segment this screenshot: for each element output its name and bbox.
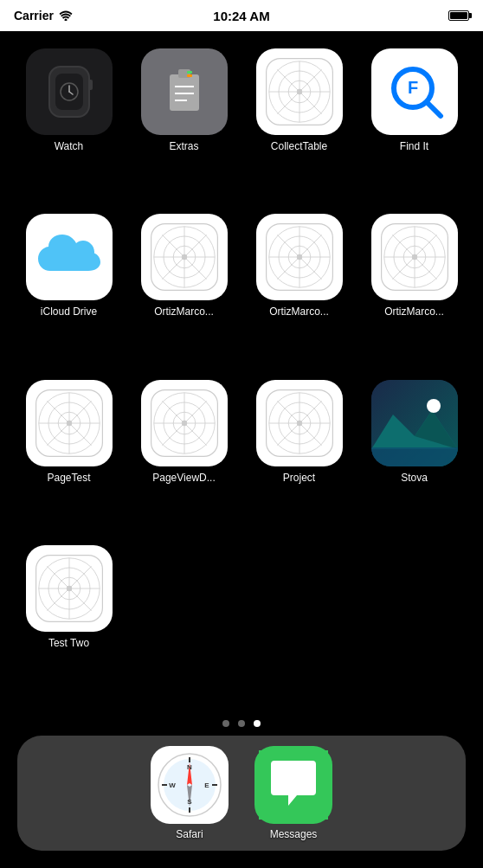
project-label: Project (283, 472, 315, 484)
dock: N S E W Safari Messages (17, 736, 466, 851)
svg-text:N: N (187, 763, 192, 771)
svg-point-0 (64, 19, 67, 22)
svg-rect-10 (187, 74, 192, 77)
app-watch[interactable]: Watch (16, 48, 122, 196)
page-dot-3[interactable] (254, 720, 261, 727)
ortizmarco2-icon (256, 214, 343, 300)
safari-icon: N S E W (151, 746, 229, 824)
pageviewd-grid-icon (150, 389, 219, 458)
safari-label: Safari (176, 828, 203, 840)
battery-fill (450, 12, 467, 19)
app-testtwo[interactable]: Test Two (16, 545, 122, 693)
svg-point-87 (427, 399, 441, 413)
collecttable-icon (256, 48, 343, 135)
watch-label: Watch (55, 140, 84, 152)
svg-text:S: S (187, 798, 192, 806)
svg-line-3 (69, 92, 73, 94)
app-stova[interactable]: Stova (361, 380, 467, 528)
app-ortizmarco3[interactable]: OrtizMarco... (361, 214, 467, 362)
battery-area (448, 10, 469, 21)
project-grid-icon (265, 389, 334, 458)
battery-icon (448, 10, 469, 21)
pagetest-grid-icon (35, 389, 104, 458)
findit-label: Find It (400, 140, 428, 152)
pageviewd-icon (141, 380, 228, 466)
app-pagetest[interactable]: PageTest (16, 380, 122, 528)
ortizmarco3-label: OrtizMarco... (384, 305, 444, 318)
svg-text:F: F (407, 78, 417, 97)
watch-crown (88, 80, 93, 90)
app-pageviewd[interactable]: PageViewD... (131, 380, 237, 528)
icloud-icon-svg (35, 231, 104, 283)
app-findit[interactable]: F Find It (361, 48, 467, 196)
collecttable-grid-icon (265, 57, 334, 126)
home-screen: Watch Extras (0, 31, 483, 868)
safari-icon-svg: N S E W (155, 750, 224, 820)
page-dot-2[interactable] (238, 720, 245, 727)
app-collecttable[interactable]: CollectTable (246, 48, 352, 196)
stova-icon-svg (371, 380, 458, 466)
app-extras[interactable]: Extras (131, 48, 237, 196)
app-grid: Watch Extras (0, 31, 483, 711)
dock-messages[interactable]: Messages (254, 746, 332, 840)
extras-icon (141, 48, 228, 135)
app-project[interactable]: Project (246, 380, 352, 528)
watch-screen (55, 74, 83, 110)
watch-body (48, 66, 90, 118)
testtwo-label: Test Two (48, 637, 89, 649)
messages-icon (254, 746, 332, 824)
ortizmarco3-grid-icon (380, 222, 449, 292)
pageviewd-label: PageViewD... (152, 472, 216, 484)
carrier-wifi: Carrier (14, 9, 73, 23)
messages-icon-svg (259, 750, 328, 820)
ortizmarco1-icon (141, 214, 228, 300)
svg-rect-9 (187, 71, 192, 74)
svg-text:W: W (169, 781, 176, 789)
carrier-label: Carrier (14, 9, 54, 23)
pagetest-label: PageTest (47, 472, 90, 484)
page-dots (0, 711, 483, 736)
ortizmarco3-icon (371, 214, 458, 300)
ortizmarco2-label: OrtizMarco... (269, 305, 329, 318)
dock-safari[interactable]: N S E W Safari (151, 746, 229, 840)
icloud-label: iCloud Drive (41, 305, 97, 318)
testtwo-grid-icon (35, 554, 104, 623)
ortizmarco1-label: OrtizMarco... (154, 305, 214, 318)
stova-label: Stova (401, 472, 428, 484)
testtwo-icon (26, 545, 113, 632)
project-icon (256, 380, 343, 466)
findit-icon: F (371, 48, 458, 135)
messages-label: Messages (270, 828, 318, 840)
app-ortizmarco1[interactable]: OrtizMarco... (131, 214, 237, 362)
findit-icon-svg: F (380, 57, 449, 126)
wifi-icon (59, 10, 73, 21)
svg-text:E: E (204, 781, 209, 789)
ortizmarco1-grid-icon (150, 222, 219, 292)
status-bar: Carrier 10:24 AM (0, 0, 483, 31)
extras-label: Extras (169, 140, 198, 152)
ortizmarco2-grid-icon (265, 222, 334, 292)
stova-icon (371, 380, 458, 466)
icloud-icon (26, 214, 113, 300)
page-dot-1[interactable] (222, 720, 229, 727)
collecttable-label: CollectTable (271, 140, 327, 152)
watch-icon (26, 48, 113, 135)
svg-line-22 (427, 102, 441, 116)
status-time: 10:24 AM (213, 9, 269, 23)
extras-icon-svg (163, 66, 206, 118)
svg-rect-88 (371, 447, 458, 466)
app-ortizmarco2[interactable]: OrtizMarco... (246, 214, 352, 362)
watch-face-icon (60, 82, 79, 101)
pagetest-icon (26, 380, 113, 466)
app-icloud[interactable]: iCloud Drive (16, 214, 122, 362)
